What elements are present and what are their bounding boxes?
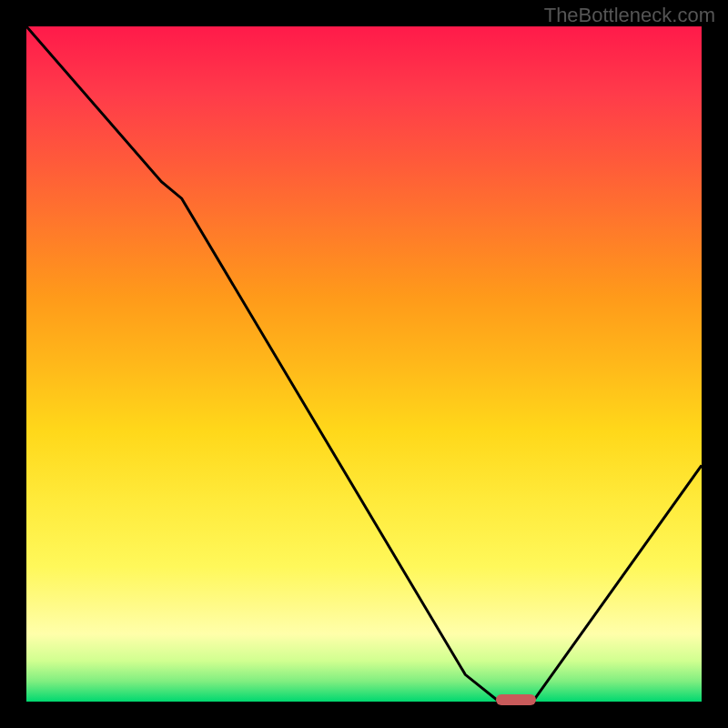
- curve-path: [26, 26, 702, 702]
- plot-area: [26, 26, 702, 702]
- watermark-text: TheBottleneck.com: [544, 4, 715, 27]
- chart-container: TheBottleneck.com: [0, 0, 728, 728]
- optimum-marker: [496, 694, 537, 705]
- bottleneck-curve: [26, 26, 702, 702]
